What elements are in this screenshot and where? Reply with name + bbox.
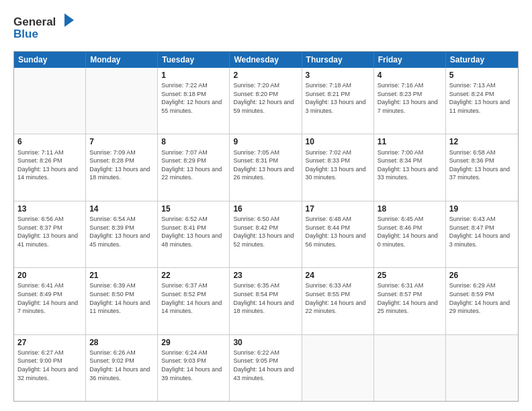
day-info: Sunrise: 7:09 AM Sunset: 8:28 PM Dayligh… (89, 148, 154, 182)
day-number: 30 (233, 337, 298, 348)
day-number: 28 (89, 337, 154, 348)
calendar-cell (374, 335, 446, 401)
day-number: 17 (306, 203, 370, 214)
day-info: Sunrise: 7:20 AM Sunset: 8:20 PM Dayligh… (233, 81, 298, 115)
day-info: Sunrise: 6:31 AM Sunset: 8:57 PM Dayligh… (378, 281, 442, 315)
calendar-body: 1Sunrise: 7:22 AM Sunset: 8:18 PM Daylig… (14, 68, 518, 401)
calendar-cell: 13Sunrise: 6:56 AM Sunset: 8:37 PM Dayli… (14, 201, 86, 267)
logo: General Blue (13, 12, 87, 44)
day-number: 12 (449, 136, 515, 147)
calendar-cell: 26Sunrise: 6:29 AM Sunset: 8:59 PM Dayli… (446, 268, 518, 334)
day-number: 14 (89, 203, 154, 214)
calendar-cell: 12Sunrise: 6:58 AM Sunset: 8:36 PM Dayli… (446, 134, 518, 200)
calendar-cell: 5Sunrise: 7:13 AM Sunset: 8:24 PM Daylig… (446, 68, 518, 134)
calendar-cell (86, 68, 158, 134)
day-number: 10 (306, 136, 370, 147)
day-number: 3 (306, 70, 370, 81)
weekday-header: Wednesday (230, 52, 302, 68)
day-info: Sunrise: 6:41 AM Sunset: 8:49 PM Dayligh… (17, 281, 82, 315)
logo-svg: General Blue (13, 12, 87, 42)
day-info: Sunrise: 6:45 AM Sunset: 8:46 PM Dayligh… (378, 215, 442, 248)
svg-marker-1 (64, 13, 74, 27)
calendar-cell: 6Sunrise: 7:11 AM Sunset: 8:26 PM Daylig… (14, 134, 86, 200)
calendar-cell: 11Sunrise: 7:00 AM Sunset: 8:34 PM Dayli… (374, 134, 446, 200)
page: General Blue SundayMondayTuesdayWednesda… (0, 0, 532, 411)
day-info: Sunrise: 6:35 AM Sunset: 8:54 PM Dayligh… (233, 281, 298, 315)
day-number: 26 (449, 270, 515, 281)
day-info: Sunrise: 7:16 AM Sunset: 8:23 PM Dayligh… (378, 81, 442, 115)
day-number: 11 (378, 136, 442, 147)
day-info: Sunrise: 6:48 AM Sunset: 8:44 PM Dayligh… (306, 215, 370, 248)
day-info: Sunrise: 6:52 AM Sunset: 8:41 PM Dayligh… (161, 215, 226, 248)
calendar-cell: 10Sunrise: 7:02 AM Sunset: 8:33 PM Dayli… (302, 134, 374, 200)
header: General Blue (13, 12, 519, 44)
day-info: Sunrise: 6:24 AM Sunset: 9:03 PM Dayligh… (161, 349, 226, 382)
calendar-cell: 15Sunrise: 6:52 AM Sunset: 8:41 PM Dayli… (158, 201, 230, 267)
calendar-cell: 21Sunrise: 6:39 AM Sunset: 8:50 PM Dayli… (86, 268, 158, 334)
day-info: Sunrise: 7:07 AM Sunset: 8:29 PM Dayligh… (161, 148, 226, 182)
weekday-header: Saturday (446, 52, 518, 68)
calendar-row: 27Sunrise: 6:27 AM Sunset: 9:00 PM Dayli… (14, 335, 518, 401)
day-info: Sunrise: 7:05 AM Sunset: 8:31 PM Dayligh… (233, 148, 298, 182)
day-number: 20 (17, 270, 82, 281)
calendar-cell: 2Sunrise: 7:20 AM Sunset: 8:20 PM Daylig… (230, 68, 302, 134)
calendar-cell: 4Sunrise: 7:16 AM Sunset: 8:23 PM Daylig… (374, 68, 446, 134)
calendar-row: 13Sunrise: 6:56 AM Sunset: 8:37 PM Dayli… (14, 201, 518, 268)
day-info: Sunrise: 7:11 AM Sunset: 8:26 PM Dayligh… (17, 148, 82, 182)
svg-text:General: General (13, 15, 56, 28)
calendar-cell: 19Sunrise: 6:43 AM Sunset: 8:47 PM Dayli… (446, 201, 518, 267)
calendar-cell: 3Sunrise: 7:18 AM Sunset: 8:21 PM Daylig… (302, 68, 374, 134)
day-info: Sunrise: 6:26 AM Sunset: 9:02 PM Dayligh… (89, 349, 154, 382)
day-info: Sunrise: 6:29 AM Sunset: 8:59 PM Dayligh… (449, 281, 515, 315)
weekday-header: Sunday (14, 52, 86, 68)
day-info: Sunrise: 7:13 AM Sunset: 8:24 PM Dayligh… (449, 81, 515, 115)
day-number: 25 (378, 270, 442, 281)
day-number: 16 (233, 203, 298, 214)
calendar-cell: 18Sunrise: 6:45 AM Sunset: 8:46 PM Dayli… (374, 201, 446, 267)
weekday-header: Thursday (302, 52, 374, 68)
calendar-cell: 20Sunrise: 6:41 AM Sunset: 8:49 PM Dayli… (14, 268, 86, 334)
calendar-cell: 8Sunrise: 7:07 AM Sunset: 8:29 PM Daylig… (158, 134, 230, 200)
day-number: 1 (161, 70, 226, 81)
calendar-cell: 23Sunrise: 6:35 AM Sunset: 8:54 PM Dayli… (230, 268, 302, 334)
calendar-cell: 9Sunrise: 7:05 AM Sunset: 8:31 PM Daylig… (230, 134, 302, 200)
day-number: 21 (89, 270, 154, 281)
day-number: 15 (161, 203, 226, 214)
day-number: 2 (233, 70, 298, 81)
day-info: Sunrise: 6:56 AM Sunset: 8:37 PM Dayligh… (17, 215, 82, 248)
calendar-row: 1Sunrise: 7:22 AM Sunset: 8:18 PM Daylig… (14, 68, 518, 134)
day-info: Sunrise: 7:02 AM Sunset: 8:33 PM Dayligh… (306, 148, 370, 182)
day-number: 29 (161, 337, 226, 348)
weekday-header: Tuesday (158, 52, 230, 68)
day-number: 9 (233, 136, 298, 147)
day-info: Sunrise: 7:00 AM Sunset: 8:34 PM Dayligh… (378, 148, 442, 182)
day-info: Sunrise: 6:50 AM Sunset: 8:42 PM Dayligh… (233, 215, 298, 248)
weekday-header: Friday (374, 52, 446, 68)
day-info: Sunrise: 6:58 AM Sunset: 8:36 PM Dayligh… (449, 148, 515, 182)
day-info: Sunrise: 6:33 AM Sunset: 8:55 PM Dayligh… (306, 281, 370, 315)
weekday-header: Monday (86, 52, 158, 68)
calendar-header: SundayMondayTuesdayWednesdayThursdayFrid… (14, 52, 518, 68)
day-number: 13 (17, 203, 82, 214)
day-number: 18 (378, 203, 442, 214)
day-number: 24 (306, 270, 370, 281)
day-number: 27 (17, 337, 82, 348)
day-number: 7 (89, 136, 154, 147)
svg-text:Blue: Blue (13, 28, 38, 40)
calendar: SundayMondayTuesdayWednesdayThursdayFrid… (13, 51, 519, 402)
calendar-cell (446, 335, 518, 401)
calendar-cell (14, 68, 86, 134)
calendar-cell: 17Sunrise: 6:48 AM Sunset: 8:44 PM Dayli… (302, 201, 374, 267)
calendar-cell: 14Sunrise: 6:54 AM Sunset: 8:39 PM Dayli… (86, 201, 158, 267)
day-info: Sunrise: 7:18 AM Sunset: 8:21 PM Dayligh… (306, 81, 370, 115)
calendar-cell: 22Sunrise: 6:37 AM Sunset: 8:52 PM Dayli… (158, 268, 230, 334)
calendar-cell: 25Sunrise: 6:31 AM Sunset: 8:57 PM Dayli… (374, 268, 446, 334)
day-number: 8 (161, 136, 226, 147)
day-number: 22 (161, 270, 226, 281)
day-info: Sunrise: 6:37 AM Sunset: 8:52 PM Dayligh… (161, 281, 226, 315)
calendar-cell: 29Sunrise: 6:24 AM Sunset: 9:03 PM Dayli… (158, 335, 230, 401)
day-number: 5 (449, 70, 515, 81)
calendar-cell: 27Sunrise: 6:27 AM Sunset: 9:00 PM Dayli… (14, 335, 86, 401)
day-number: 6 (17, 136, 82, 147)
day-number: 23 (233, 270, 298, 281)
